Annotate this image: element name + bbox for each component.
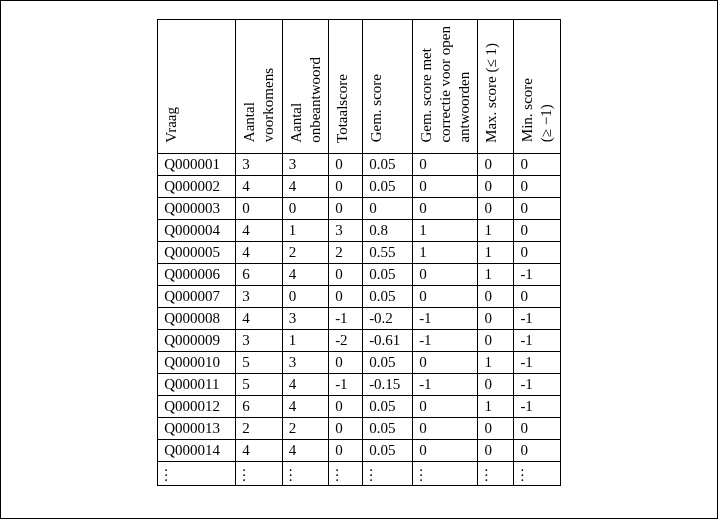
cell: 0.05: [363, 417, 413, 439]
table-row: Q0000044130.8110: [158, 219, 561, 241]
col-header-gem-score-correctie: Gem. score metcorrectie voor openantwoor…: [413, 20, 478, 154]
table-row: Q0000132200.05000: [158, 417, 561, 439]
cell: -2: [329, 329, 363, 351]
cell: 1: [478, 219, 514, 241]
cell: 1: [478, 241, 514, 263]
cell: 0: [478, 439, 514, 461]
col-header-aantal-onbeantwoord: Aantalonbeantwoord: [282, 20, 329, 154]
cell: 1: [413, 219, 478, 241]
vertical-ellipsis-icon: ...: [363, 461, 413, 486]
cell: 0: [478, 175, 514, 197]
cell: 0: [514, 175, 561, 197]
table-row: Q0000073000.05000: [158, 285, 561, 307]
cell: Q000003: [158, 197, 236, 219]
cell: 0.05: [363, 263, 413, 285]
cell: 3: [282, 153, 329, 175]
cell: 1: [282, 219, 329, 241]
cell: 0: [478, 373, 514, 395]
page: Vraag Aantalvoorkomens Aantalonbeantwoor…: [0, 0, 718, 519]
cell: Q000010: [158, 351, 236, 373]
cell: 0: [363, 197, 413, 219]
cell: 0.05: [363, 351, 413, 373]
header-row: Vraag Aantalvoorkomens Aantalonbeantwoor…: [158, 20, 561, 154]
cell: -0.61: [363, 329, 413, 351]
cell: 0: [514, 241, 561, 263]
cell: Q000004: [158, 219, 236, 241]
col-header-label: Aantalonbeantwoord: [287, 57, 325, 143]
cell: Q000011: [158, 373, 236, 395]
cell: 4: [236, 241, 283, 263]
cell: Q000009: [158, 329, 236, 351]
col-header-label: Aantalvoorkomens: [240, 68, 278, 142]
cell: 3: [329, 219, 363, 241]
cell: 0: [413, 395, 478, 417]
cell: 0: [413, 285, 478, 307]
vertical-ellipsis-icon: ...: [282, 461, 329, 486]
cell: -1: [514, 395, 561, 417]
vertical-ellipsis-icon: ...: [514, 461, 561, 486]
col-header-max-score: Max. score (≤ 1): [478, 20, 514, 154]
cell: 3: [236, 285, 283, 307]
cell: 0: [329, 153, 363, 175]
cell: Q000013: [158, 417, 236, 439]
cell: 0: [514, 153, 561, 175]
cell: 1: [478, 263, 514, 285]
cell: 1: [413, 241, 478, 263]
cell: 3: [236, 329, 283, 351]
cell: -1: [413, 373, 478, 395]
data-table: Vraag Aantalvoorkomens Aantalonbeantwoor…: [157, 19, 561, 486]
cell: Q000007: [158, 285, 236, 307]
cell: 2: [282, 417, 329, 439]
cell: -0.2: [363, 307, 413, 329]
cell: -1: [514, 373, 561, 395]
vertical-ellipsis-icon: ...: [329, 461, 363, 486]
cell: 0.05: [363, 395, 413, 417]
table-row-ellipsis: ........................: [158, 461, 561, 486]
cell: -1: [514, 263, 561, 285]
cell: 6: [236, 263, 283, 285]
cell: -1: [413, 307, 478, 329]
cell: 1: [478, 351, 514, 373]
cell: 0: [329, 351, 363, 373]
cell: 0.55: [363, 241, 413, 263]
cell: 0: [329, 417, 363, 439]
cell: 0: [329, 285, 363, 307]
cell: 0: [413, 175, 478, 197]
cell: Q000001: [158, 153, 236, 175]
cell: 4: [236, 175, 283, 197]
table-row: Q00000843-1-0.2-10-1: [158, 307, 561, 329]
cell: 0: [478, 285, 514, 307]
cell: 0.05: [363, 153, 413, 175]
col-header-min-score: Min. score(≥ −1): [514, 20, 561, 154]
cell: -1: [514, 307, 561, 329]
cell: -1: [514, 329, 561, 351]
vertical-ellipsis-icon: ...: [413, 461, 478, 486]
cell: 0.05: [363, 175, 413, 197]
cell: 5: [236, 351, 283, 373]
cell: 2: [282, 241, 329, 263]
cell: 0: [478, 329, 514, 351]
cell: 2: [236, 417, 283, 439]
cell: 3: [236, 153, 283, 175]
cell: 4: [236, 219, 283, 241]
table-row: Q00001154-1-0.15-10-1: [158, 373, 561, 395]
cell: 4: [282, 263, 329, 285]
cell: Q000014: [158, 439, 236, 461]
cell: 6: [236, 395, 283, 417]
cell: 0: [514, 285, 561, 307]
table-row: Q00000931-2-0.61-10-1: [158, 329, 561, 351]
cell: 0: [413, 153, 478, 175]
cell: 0: [329, 197, 363, 219]
table-row: Q0000066400.0501-1: [158, 263, 561, 285]
cell: -1: [514, 351, 561, 373]
table-row: Q0000054220.55110: [158, 241, 561, 263]
cell: -0.15: [363, 373, 413, 395]
table-body: Q0000013300.05000Q0000024400.05000Q00000…: [158, 153, 561, 486]
cell: Q000006: [158, 263, 236, 285]
table-row: Q0000030000000: [158, 197, 561, 219]
vertical-ellipsis-icon: ...: [158, 461, 236, 486]
table-row: Q0000105300.0501-1: [158, 351, 561, 373]
cell: 0: [329, 263, 363, 285]
table-row: Q0000144400.05000: [158, 439, 561, 461]
cell: 0: [282, 285, 329, 307]
